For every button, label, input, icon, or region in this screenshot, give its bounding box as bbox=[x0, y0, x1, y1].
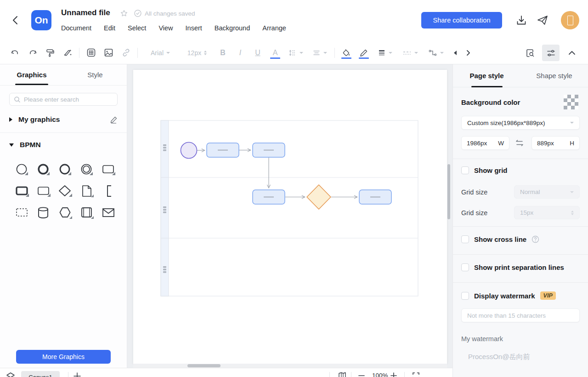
shape-bpmn-transaction[interactable] bbox=[76, 202, 98, 223]
bpmn-task-node[interactable] bbox=[253, 143, 285, 157]
shape-bpmn-data-object[interactable] bbox=[76, 180, 98, 202]
link-icon[interactable] bbox=[117, 45, 135, 61]
shape-search[interactable] bbox=[9, 93, 118, 106]
grid-size-select[interactable]: Normal bbox=[514, 185, 580, 199]
line-width-button[interactable] bbox=[373, 45, 397, 61]
send-icon[interactable] bbox=[536, 14, 549, 27]
shape-bpmn-call-activity[interactable] bbox=[11, 180, 33, 202]
page-width-input[interactable]: 1986px W bbox=[461, 136, 509, 150]
user-avatar[interactable] bbox=[561, 11, 579, 29]
bpmn-gateway-node[interactable] bbox=[307, 185, 331, 209]
minimap-icon[interactable] bbox=[338, 371, 347, 377]
toolbar-next-icon[interactable] bbox=[462, 45, 475, 61]
bpmn-task-node[interactable] bbox=[207, 143, 239, 157]
canvas-area[interactable] bbox=[127, 64, 452, 368]
bpmn-start-event-node[interactable] bbox=[181, 143, 197, 159]
redo-icon[interactable] bbox=[24, 45, 41, 61]
search-input[interactable] bbox=[24, 96, 107, 103]
collapse-right-icon[interactable] bbox=[9, 117, 12, 122]
page-height-input[interactable]: 889px H bbox=[531, 136, 580, 150]
favorite-star-icon[interactable] bbox=[120, 9, 128, 17]
shape-bpmn-start-event[interactable] bbox=[11, 159, 33, 180]
shape-bpmn-gateway[interactable] bbox=[55, 180, 76, 202]
zoom-level[interactable]: 100% bbox=[372, 372, 388, 377]
menu-insert[interactable]: Insert bbox=[186, 24, 202, 32]
fit-screen-icon[interactable] bbox=[412, 371, 420, 377]
toolbar-prev-icon[interactable] bbox=[449, 45, 462, 61]
menu-background[interactable]: Background bbox=[215, 24, 250, 32]
panel-toggle-icon[interactable] bbox=[542, 45, 560, 61]
help-icon[interactable] bbox=[531, 235, 539, 243]
font-color-button[interactable]: A bbox=[266, 45, 284, 61]
underline-button[interactable]: U bbox=[249, 45, 266, 61]
tab-graphics[interactable]: Graphics bbox=[0, 64, 63, 85]
menu-select[interactable]: Select bbox=[128, 24, 146, 32]
processon-logo[interactable]: On bbox=[31, 10, 51, 30]
menu-view[interactable]: View bbox=[158, 24, 173, 32]
my-watermark-value[interactable]: ProcessOn@岳向前 bbox=[468, 353, 530, 361]
magic-wand-icon[interactable] bbox=[59, 45, 76, 61]
tab-page-style[interactable]: Page style bbox=[453, 64, 520, 87]
bpmn-task-node[interactable] bbox=[359, 190, 391, 204]
shape-bpmn-message[interactable] bbox=[98, 202, 119, 223]
show-print-checkbox[interactable] bbox=[461, 263, 469, 271]
format-painter-icon[interactable] bbox=[41, 45, 59, 61]
font-family-select[interactable]: Arial bbox=[141, 45, 180, 61]
grid-size-stepper[interactable]: 15px bbox=[514, 206, 580, 219]
layers-icon[interactable] bbox=[6, 371, 16, 377]
shape-bpmn-data-store[interactable] bbox=[33, 202, 55, 223]
page-size-select[interactable]: Custom size(1986px*889px) bbox=[461, 116, 580, 130]
menu-arrange[interactable]: Arrange bbox=[262, 24, 286, 32]
bold-button[interactable]: B bbox=[214, 45, 232, 61]
shape-bpmn-end-event[interactable] bbox=[33, 159, 55, 180]
font-size-stepper[interactable]: 12px bbox=[180, 45, 214, 61]
vertical-scrollbar[interactable] bbox=[447, 164, 450, 219]
text-align-button[interactable] bbox=[308, 45, 332, 61]
menu-edit[interactable]: Edit bbox=[104, 24, 115, 32]
watermark-input[interactable] bbox=[462, 312, 579, 319]
background-color-swatch[interactable] bbox=[564, 95, 578, 109]
show-cross-line-checkbox[interactable] bbox=[461, 235, 469, 243]
tab-shape-style[interactable]: Shape style bbox=[520, 64, 588, 87]
shape-bpmn-intermediate-event[interactable] bbox=[55, 159, 76, 180]
display-watermark-checkbox[interactable] bbox=[461, 292, 469, 300]
more-graphics-button[interactable]: More Graphics bbox=[16, 350, 111, 364]
zoom-in-icon[interactable] bbox=[390, 371, 398, 377]
shape-bpmn-boundary-event[interactable] bbox=[76, 159, 98, 180]
shape-bpmn-conversation[interactable] bbox=[55, 202, 76, 223]
file-title[interactable]: Unnamed file bbox=[61, 8, 110, 17]
undo-icon[interactable] bbox=[6, 45, 24, 61]
image-icon[interactable] bbox=[100, 45, 117, 61]
horizontal-scrollbar[interactable] bbox=[187, 364, 220, 367]
italic-button[interactable]: I bbox=[232, 45, 249, 61]
table-icon[interactable] bbox=[82, 45, 100, 61]
find-replace-icon[interactable] bbox=[521, 45, 538, 61]
zoom-out-icon[interactable] bbox=[357, 371, 366, 377]
connector-type-button[interactable] bbox=[423, 45, 449, 61]
share-collaboration-button[interactable]: Share collaboration bbox=[421, 12, 502, 29]
canvas-page[interactable] bbox=[133, 70, 447, 364]
line-style-button[interactable] bbox=[397, 45, 423, 61]
canvas-tab[interactable]: Canvas1 bbox=[21, 371, 60, 377]
back-icon[interactable] bbox=[9, 14, 22, 27]
horizontal-scrollbar-track[interactable] bbox=[133, 364, 447, 368]
shape-bpmn-task[interactable] bbox=[98, 159, 119, 180]
shape-bpmn-group-bracket[interactable] bbox=[98, 180, 119, 202]
tab-style[interactable]: Style bbox=[63, 64, 127, 85]
collapse-toolbar-icon[interactable] bbox=[563, 45, 581, 61]
bpmn-task-node[interactable] bbox=[253, 190, 285, 204]
collapse-down-icon[interactable] bbox=[9, 143, 14, 147]
bpmn-pool[interactable] bbox=[161, 120, 418, 296]
menu-document[interactable]: Document bbox=[61, 24, 91, 32]
line-color-button[interactable] bbox=[355, 45, 373, 61]
line-spacing-button[interactable] bbox=[284, 45, 308, 61]
swap-dimensions-icon[interactable] bbox=[514, 138, 525, 148]
shape-bpmn-subprocess[interactable] bbox=[33, 180, 55, 202]
add-canvas-icon[interactable] bbox=[73, 371, 82, 377]
fill-color-button[interactable] bbox=[338, 45, 355, 61]
bpmn-section[interactable]: BPMN bbox=[0, 139, 127, 150]
my-graphics-section[interactable]: My graphics bbox=[0, 113, 127, 126]
download-icon[interactable] bbox=[515, 14, 527, 26]
show-grid-checkbox[interactable] bbox=[461, 166, 469, 174]
shape-bpmn-group[interactable] bbox=[11, 202, 33, 223]
